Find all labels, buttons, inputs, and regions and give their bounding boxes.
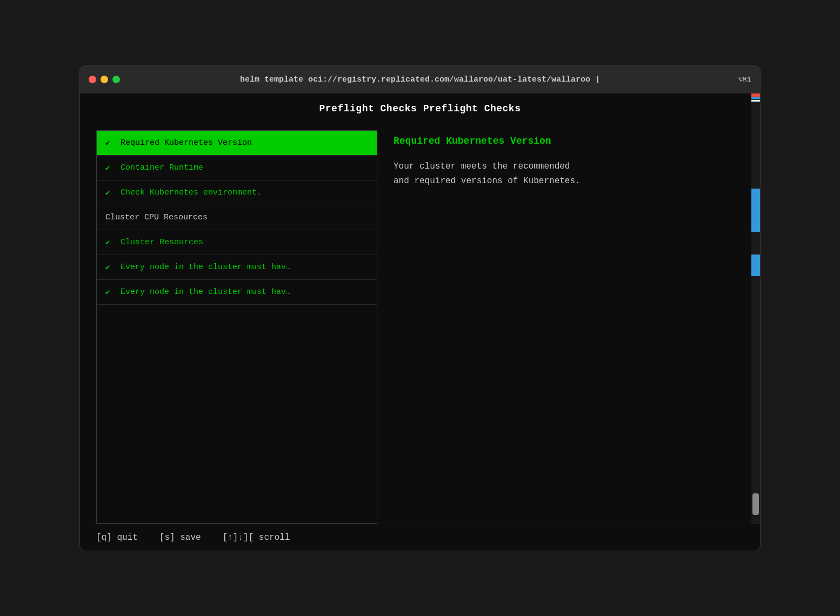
checkmark-icon: ✔: [105, 238, 114, 247]
content-area: Preflight Checks Preflight Checks ✔ Requ…: [80, 93, 760, 551]
item-label: Every node in the cluster must hav…: [121, 287, 291, 297]
item-label: Cluster CPU Resources: [105, 213, 208, 222]
minimize-button[interactable]: [101, 76, 108, 83]
close-button[interactable]: [89, 76, 96, 83]
item-label: Cluster Resources: [121, 238, 203, 247]
status-quit[interactable]: [q] quit: [96, 533, 138, 543]
window-title: helm template oci://registry.replicated.…: [240, 75, 600, 84]
list-item-cluster-cpu-header: Cluster CPU Resources: [97, 205, 377, 230]
item-label: Container Runtime: [121, 163, 203, 172]
checkmark-icon: ✔: [105, 138, 114, 148]
status-scroll: [↑]↓][ scroll: [223, 533, 290, 543]
detail-description: Your cluster meets the recommendedand re…: [394, 159, 728, 189]
list-item-cluster-resources[interactable]: ✔ Cluster Resources: [97, 230, 377, 255]
list-item-container-runtime[interactable]: ✔ Container Runtime: [97, 156, 377, 180]
list-item-every-node-1[interactable]: ✔ Every node in the cluster must hav…: [97, 255, 377, 280]
item-label: Check Kubernetes environment.: [121, 188, 262, 197]
list-item-req-k8s-version[interactable]: ✔ Required Kubernetes Version: [97, 131, 377, 156]
maximize-button[interactable]: [112, 76, 120, 83]
page-title: Preflight Checks Preflight Checks: [80, 93, 760, 119]
detail-title: Required Kubernetes Version: [394, 136, 728, 146]
titlebar: helm template oci://registry.replicated.…: [80, 65, 760, 93]
status-bar: [q] quit [s] save [↑]↓][ scroll: [80, 524, 760, 551]
status-save[interactable]: [s] save: [159, 533, 201, 543]
right-panel: Required Kubernetes Version Your cluster…: [377, 130, 744, 524]
checkmark-icon: ✔: [105, 188, 114, 197]
left-panel: ✔ Required Kubernetes Version ✔ Containe…: [96, 130, 377, 524]
checkmark-icon: ✔: [105, 287, 114, 297]
item-label: Every node in the cluster must hav…: [121, 263, 291, 272]
traffic-lights: [89, 76, 120, 83]
terminal-window: helm template oci://registry.replicated.…: [79, 65, 761, 551]
main-content: ✔ Required Kubernetes Version ✔ Containe…: [80, 119, 760, 524]
window-shortcut: ⌥⌘1: [738, 75, 751, 84]
item-label: Required Kubernetes Version: [121, 138, 252, 148]
list-item-check-k8s-env[interactable]: ✔ Check Kubernetes environment.: [97, 180, 377, 205]
checkmark-icon: ✔: [105, 263, 114, 272]
list-item-every-node-2[interactable]: ✔ Every node in the cluster must hav…: [97, 280, 377, 305]
checkmark-icon: ✔: [105, 163, 114, 172]
